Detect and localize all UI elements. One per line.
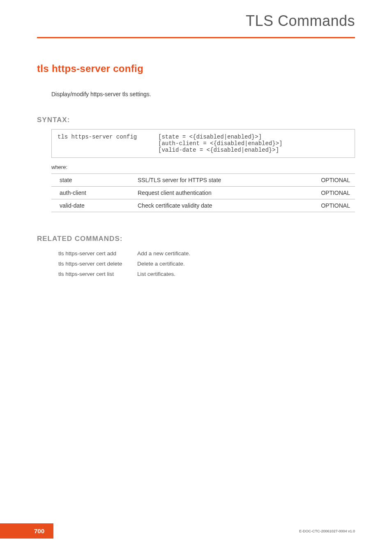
param-desc: SSL/TLS server for HTTPS state — [129, 174, 306, 187]
related-desc: Delete a certificate. — [137, 259, 190, 268]
table-row: auth-client Request client authenticatio… — [51, 187, 355, 199]
table-row: state SSL/TLS server for HTTPS state OPT… — [51, 174, 355, 187]
param-desc: Request client authentication — [129, 187, 306, 199]
param-name: state — [51, 174, 129, 187]
table-row: valid-date Check certificate validity da… — [51, 199, 355, 212]
related-commands-table: tls https-server cert add Add a new cert… — [58, 248, 191, 280]
chapter-title: TLS Commands — [37, 12, 355, 30]
table-row: tls https-server cert add Add a new cert… — [58, 249, 190, 258]
related-cmd: tls https-server cert delete — [58, 259, 136, 268]
param-requirement: OPTIONAL — [306, 187, 355, 199]
page-header: TLS Commands — [0, 0, 392, 37]
syntax-box: tls https-server config [state = <{disab… — [51, 129, 355, 158]
related-desc: Add a new certificate. — [137, 249, 190, 258]
related-cmd: tls https-server cert list — [58, 269, 136, 279]
page-content: tls https-server config Display/modify h… — [0, 38, 392, 280]
syntax-command: tls https-server config — [58, 134, 158, 153]
syntax-label: SYNTAX: — [37, 116, 355, 124]
param-requirement: OPTIONAL — [306, 174, 355, 187]
table-row: tls https-server cert delete Delete a ce… — [58, 259, 190, 268]
related-cmd: tls https-server cert add — [58, 249, 136, 258]
param-name: valid-date — [51, 199, 129, 212]
command-title: tls https-server config — [37, 63, 355, 74]
where-label: where: — [51, 164, 355, 170]
table-row: tls https-server cert list List certific… — [58, 269, 190, 279]
params-table: state SSL/TLS server for HTTPS state OPT… — [51, 173, 355, 212]
command-description: Display/modify https-server tls settings… — [51, 91, 355, 97]
document-id: E-DOC-CTC-20061027-0004 v1.0 — [299, 529, 392, 533]
page-footer: 700 E-DOC-CTC-20061027-0004 v1.0 — [0, 523, 392, 539]
page-number: 700 — [0, 523, 53, 539]
related-desc: List certificates. — [137, 269, 190, 279]
param-desc: Check certificate validity date — [129, 199, 306, 212]
param-name: auth-client — [51, 187, 129, 199]
syntax-args: [state = <{disabled|enabled}>] [auth-cli… — [158, 134, 282, 153]
related-label: RELATED COMMANDS: — [37, 235, 355, 243]
param-requirement: OPTIONAL — [306, 199, 355, 212]
